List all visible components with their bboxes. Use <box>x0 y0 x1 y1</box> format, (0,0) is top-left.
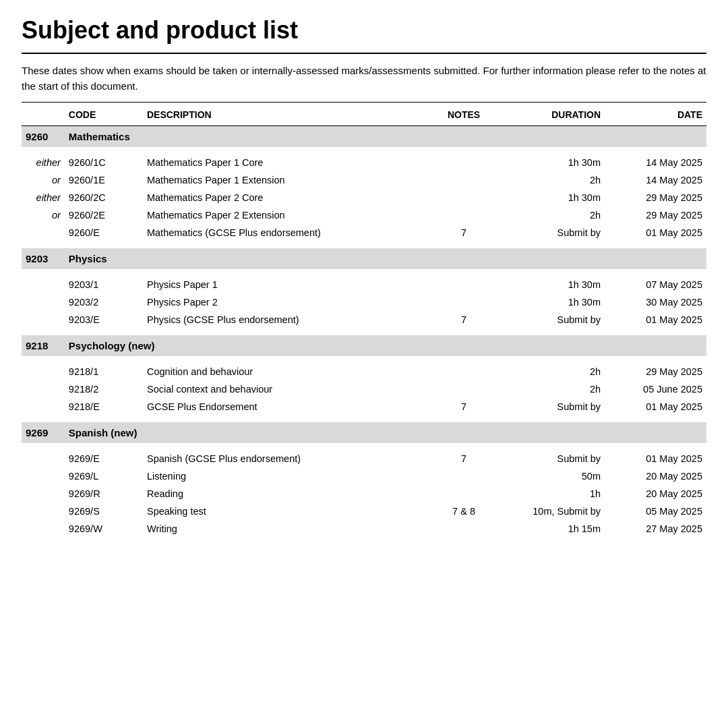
row-qualifier <box>22 485 65 503</box>
row-description: Spanish (GCSE Plus endorsement) <box>143 450 433 467</box>
row-code: 9203/E <box>65 311 143 328</box>
row-qualifier <box>22 503 65 520</box>
row-code: 9269/S <box>65 503 143 520</box>
row-duration: 1h 30m <box>495 154 605 171</box>
table-row: 9218/E GCSE Plus Endorsement 7 Submit by… <box>22 398 706 416</box>
row-qualifier <box>22 398 65 416</box>
row-notes <box>433 485 495 503</box>
row-date: 14 May 2025 <box>605 154 706 171</box>
col-header-duration: DURATION <box>495 103 605 126</box>
col-header-code: CODE <box>65 103 143 126</box>
row-qualifier: either <box>22 189 65 206</box>
section-header-math-section: 9260 Mathematics <box>22 126 706 148</box>
table-row: 9203/1 Physics Paper 1 1h 30m 07 May 202… <box>22 276 706 293</box>
table-row: 9260/E Mathematics (GCSE Plus endorsemen… <box>22 224 706 241</box>
table-row: 9269/S Speaking test 7 & 8 10m, Submit b… <box>22 503 706 520</box>
col-header-description: DESCRIPTION <box>143 103 433 126</box>
row-date: 29 May 2025 <box>605 206 706 224</box>
row-qualifier <box>22 363 65 380</box>
row-code: 9218/2 <box>65 380 143 398</box>
row-qualifier <box>22 311 65 328</box>
row-notes: 7 <box>433 450 495 467</box>
row-notes <box>433 520 495 538</box>
row-qualifier <box>22 276 65 293</box>
row-description: Mathematics Paper 2 Extension <box>143 206 433 224</box>
row-notes <box>433 206 495 224</box>
row-duration: 2h <box>495 206 605 224</box>
row-code: 9269/E <box>65 450 143 467</box>
row-qualifier <box>22 520 65 538</box>
row-duration: 2h <box>495 380 605 398</box>
row-description: Mathematics Paper 2 Core <box>143 189 433 206</box>
row-notes <box>433 154 495 171</box>
row-qualifier <box>22 293 65 311</box>
row-qualifier: or <box>22 206 65 224</box>
row-description: Listening <box>143 467 433 485</box>
row-notes <box>433 171 495 189</box>
row-qualifier <box>22 450 65 467</box>
row-qualifier <box>22 380 65 398</box>
row-date: 05 June 2025 <box>605 380 706 398</box>
row-date: 01 May 2025 <box>605 398 706 416</box>
row-description: Mathematics Paper 1 Core <box>143 154 433 171</box>
row-date: 20 May 2025 <box>605 467 706 485</box>
row-duration: 1h 15m <box>495 520 605 538</box>
row-date: 29 May 2025 <box>605 363 706 380</box>
row-qualifier <box>22 224 65 241</box>
row-description: Writing <box>143 520 433 538</box>
section-number: 9203 <box>22 248 65 269</box>
row-notes <box>433 363 495 380</box>
row-notes <box>433 293 495 311</box>
section-name: Physics <box>65 248 706 269</box>
row-duration: Submit by <box>495 311 605 328</box>
row-notes <box>433 467 495 485</box>
row-date: 27 May 2025 <box>605 520 706 538</box>
row-duration: 1h 30m <box>495 293 605 311</box>
table-row: 9269/L Listening 50m 20 May 2025 <box>22 467 706 485</box>
section-name: Mathematics <box>65 126 706 148</box>
row-duration: Submit by <box>495 398 605 416</box>
row-notes: 7 <box>433 224 495 241</box>
row-description: Physics Paper 2 <box>143 293 433 311</box>
table-row: 9203/E Physics (GCSE Plus endorsement) 7… <box>22 311 706 328</box>
table-row: or 9260/1E Mathematics Paper 1 Extension… <box>22 171 706 189</box>
table-row: 9269/W Writing 1h 15m 27 May 2025 <box>22 520 706 538</box>
table-row: either 9260/2C Mathematics Paper 2 Core … <box>22 189 706 206</box>
row-notes <box>433 380 495 398</box>
table-row: either 9260/1C Mathematics Paper 1 Core … <box>22 154 706 171</box>
row-qualifier: or <box>22 171 65 189</box>
row-duration: 50m <box>495 467 605 485</box>
row-date: 01 May 2025 <box>605 450 706 467</box>
row-description: Reading <box>143 485 433 503</box>
row-date: 01 May 2025 <box>605 224 706 241</box>
row-code: 9260/1C <box>65 154 143 171</box>
row-qualifier: either <box>22 154 65 171</box>
row-description: Physics (GCSE Plus endorsement) <box>143 311 433 328</box>
section-number: 9218 <box>22 335 65 356</box>
row-code: 9269/R <box>65 485 143 503</box>
row-date: 20 May 2025 <box>605 485 706 503</box>
row-duration: 2h <box>495 171 605 189</box>
row-duration: 1h 30m <box>495 276 605 293</box>
row-duration: 1h 30m <box>495 189 605 206</box>
row-date: 29 May 2025 <box>605 189 706 206</box>
page-title: Subject and product list <box>22 16 706 45</box>
section-header-physics-section: 9203 Physics <box>22 248 706 269</box>
row-code: 9203/1 <box>65 276 143 293</box>
row-description: Mathematics (GCSE Plus endorsement) <box>143 224 433 241</box>
row-code: 9260/2C <box>65 189 143 206</box>
table-row: 9203/2 Physics Paper 2 1h 30m 30 May 202… <box>22 293 706 311</box>
row-duration: 10m, Submit by <box>495 503 605 520</box>
row-date: 30 May 2025 <box>605 293 706 311</box>
row-code: 9269/W <box>65 520 143 538</box>
subject-product-table: CODE DESCRIPTION NOTES DURATION DATE 926… <box>22 103 706 544</box>
row-duration: 2h <box>495 363 605 380</box>
row-description: Physics Paper 1 <box>143 276 433 293</box>
row-notes <box>433 189 495 206</box>
row-code: 9269/L <box>65 467 143 485</box>
row-duration: 1h <box>495 485 605 503</box>
row-notes: 7 <box>433 311 495 328</box>
row-code: 9218/1 <box>65 363 143 380</box>
row-description: Mathematics Paper 1 Extension <box>143 171 433 189</box>
row-notes: 7 & 8 <box>433 503 495 520</box>
